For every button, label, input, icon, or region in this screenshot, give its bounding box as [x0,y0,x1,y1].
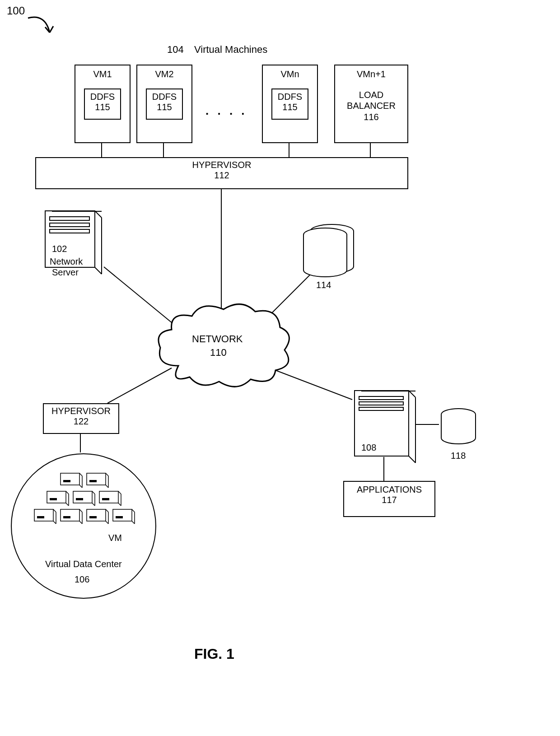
vm2-title: VM2 [137,69,191,79]
vm2-box: VM2 DDFS 115 [136,65,192,143]
vm-ellipsis: . . . . [205,104,247,118]
vm-section-number: 104 [167,44,184,56]
hypervisor-top-box: HYPERVISOR 112 [35,157,408,189]
svg-rect-58 [87,509,106,521]
svg-rect-63 [113,509,132,521]
vdc-num: 106 [75,574,89,585]
svg-line-70 [409,391,415,397]
svg-rect-33 [47,491,66,503]
vm-section-title: Virtual Machines [194,44,267,56]
svg-rect-42 [76,498,83,500]
svg-line-72 [409,456,415,463]
vm1-inner-num: 115 [85,102,120,112]
vm1-inner-label: DDFS [85,92,120,102]
server-right-num: 108 [361,443,376,453]
vmn-title: VMn [263,69,317,79]
svg-rect-48 [34,509,53,521]
vm1-inner-box: DDFS 115 [84,89,121,120]
svg-rect-43 [99,491,118,503]
network-cloud-label: NETWORK [192,333,243,345]
svg-rect-52 [37,516,44,518]
db-icon [438,406,483,452]
network-server-label2: Server [52,267,79,278]
vmn-inner-num: 115 [272,102,308,112]
network-server-num: 102 [52,244,67,254]
network-cloud-num: 110 [210,347,227,359]
hypervisor-left-num: 122 [44,416,118,427]
network-server-label1: Network [50,256,83,267]
svg-rect-47 [102,498,109,500]
applications-num: 117 [344,495,434,505]
svg-rect-23 [61,473,79,485]
figure-caption: FIG. 1 [194,646,234,662]
svg-rect-28 [87,473,106,485]
hypervisor-top-num: 112 [36,170,407,181]
svg-rect-67 [116,516,123,518]
vmn1-title: VMn+1 [335,69,407,79]
svg-rect-38 [73,491,92,503]
diagram-number: 100 [7,5,25,17]
vdc-title: Virtual Data Center [45,559,122,569]
svg-rect-27 [63,480,70,482]
hypervisor-left-label: HYPERVISOR [44,406,118,416]
storage-num: 114 [316,280,331,290]
server-right-icon [352,388,425,465]
svg-line-14 [95,211,102,218]
applications-box: APPLICATIONS 117 [343,481,435,517]
svg-line-16 [95,267,102,274]
hypervisor-top-label: HYPERVISOR [36,160,407,170]
vmn-inner-box: DDFS 115 [271,89,308,120]
vm2-inner-num: 115 [147,102,182,112]
applications-label: APPLICATIONS [344,484,434,495]
vm1-title: VM1 [75,69,130,79]
svg-rect-37 [50,498,57,500]
vm1-box: VM1 DDFS 115 [75,65,131,143]
vmn1-inner-num: 116 [335,112,407,122]
vdc-vm-label: VM [108,533,122,543]
svg-rect-62 [89,516,97,518]
db-num: 118 [451,451,466,461]
vmn1-inner-label: LOAD BALANCER [335,89,407,111]
svg-rect-32 [89,480,97,482]
storage-icon [298,221,361,284]
svg-rect-57 [63,516,70,518]
vmn-box: VMn DDFS 115 [262,65,318,143]
vmn1-box: VMn+1 LOAD BALANCER 116 [334,65,408,143]
vm2-inner-box: DDFS 115 [146,89,183,120]
vm2-inner-label: DDFS [147,92,182,102]
hypervisor-left-box: HYPERVISOR 122 [43,403,119,434]
svg-rect-53 [61,509,79,521]
vmn-inner-label: DDFS [272,92,308,102]
